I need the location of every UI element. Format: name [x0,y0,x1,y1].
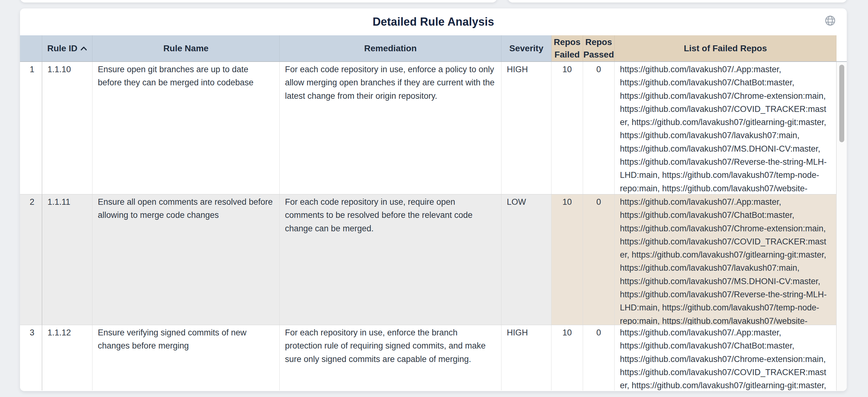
table-row: 3 1.1.12 Ensure verifying signed commits… [20,325,836,391]
rule-id-cell: 1.1.11 [42,194,92,325]
vertical-scrollbar-track[interactable] [836,62,847,391]
severity-cell: HIGH [501,62,552,194]
failed-repos-list-cell: https://github.com/lavakush07/.App:maste… [615,194,836,325]
remediation-cell: For each code repository in use, require… [280,194,501,325]
header-row-index [20,35,42,61]
severity-cell: HIGH [501,325,552,391]
table-header-row: Rule ID Rule Name Remediation Severity R… [20,35,847,62]
remediation-cell: For each repository in use, enforce the … [280,325,501,391]
detailed-rule-analysis-card: Detailed Rule Analysis Rule ID Rule Name… [20,8,847,391]
previous-card-right [508,0,847,2]
repos-passed-cell: 0 [583,62,615,194]
rule-id-cell: 1.1.10 [42,62,92,194]
repos-failed-cell: 10 [552,325,583,391]
repos-failed-cell: 10 [552,62,583,194]
remediation-cell: For each code repository in use, enforce… [280,62,501,194]
header-rule-name[interactable]: Rule Name [92,35,280,61]
rule-name-cell: Ensure open git branches are up to date … [92,62,280,194]
rule-name-cell: Ensure all open comments are resolved be… [92,194,280,325]
failed-repos-list-cell: https://github.com/lavakush07/.App:maste… [615,62,836,194]
header-scrollbar-spacer [836,35,847,61]
repos-failed-cell: 10 [552,194,583,325]
severity-cell: LOW [501,194,552,325]
rule-name-cell: Ensure verifying signed commits of new c… [92,325,280,391]
dashboard-page: { "page": { "title": "Detailed Rule Anal… [0,0,868,397]
rule-id-cell: 1.1.12 [42,325,92,391]
header-severity[interactable]: Severity [501,35,552,61]
sort-ascending-icon[interactable] [80,46,87,51]
row-index: 1 [20,62,42,194]
table-row: 2 1.1.11 Ensure all open comments are re… [20,194,836,325]
failed-repos-list-cell: https://github.com/lavakush07/.App:maste… [615,325,836,391]
repos-passed-cell: 0 [583,194,615,325]
header-repos-failed[interactable]: Repos Failed [552,35,583,61]
row-index: 2 [20,194,42,325]
header-rule-id[interactable]: Rule ID [42,35,92,61]
header-repos-passed[interactable]: Repos Passed [583,35,615,61]
table-row: 1 1.1.10 Ensure open git branches are up… [20,62,836,194]
page-title: Detailed Rule Analysis [20,8,847,35]
table-body: 1 1.1.10 Ensure open git branches are up… [20,62,847,391]
repos-passed-cell: 0 [583,325,615,391]
vertical-scrollbar-thumb[interactable] [839,65,844,142]
header-remediation[interactable]: Remediation [280,35,501,61]
header-failed-repos-list[interactable]: List of Failed Repos [615,35,836,61]
previous-card-left [20,0,497,2]
header-rule-id-label: Rule ID [47,42,77,55]
row-index: 3 [20,325,42,391]
globe-icon[interactable] [825,15,836,26]
